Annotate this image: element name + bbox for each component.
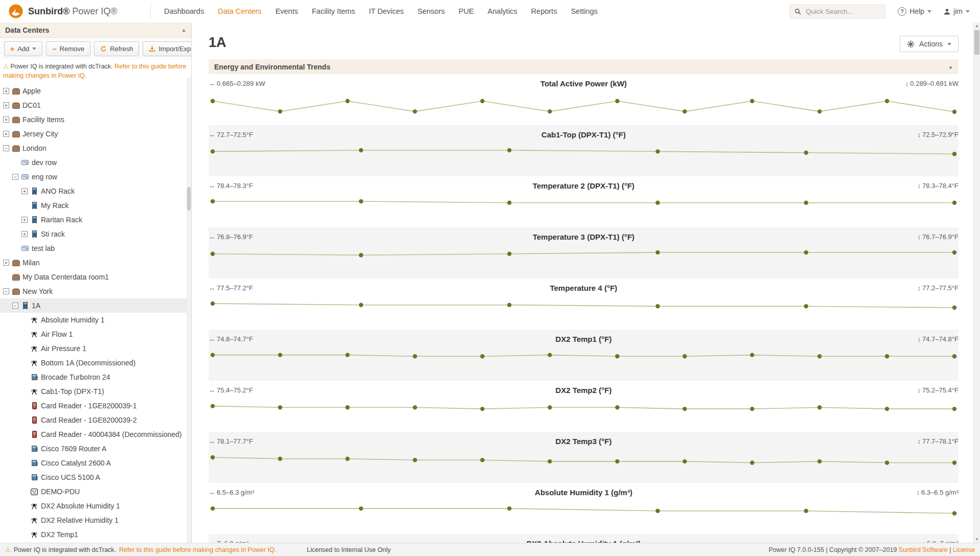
datacenter-icon [12,288,20,295]
scroll-down-icon[interactable]: ▼ [974,537,980,542]
tree-item-brocade-turboiron-24[interactable]: Brocade TurboIron 24 [0,370,191,384]
tree-item-milan[interactable]: +Milan [0,256,191,270]
chart-plot-area [209,294,959,331]
help-icon: ? [898,7,906,16]
chart-title: Temperature 4 (°F) [209,284,959,292]
tree-item-cisco-catalyst-2600-a[interactable]: Cisco Catalyst 2600 A [0,456,191,470]
tree-item-card-reader-1ge8200039-2[interactable]: Card Reader - 1GE8200039-2 [0,413,191,427]
scroll-up-icon[interactable]: ▲ [974,24,980,28]
datacenter-icon [12,145,20,152]
tree-item-card-reader-40004384-decommissioned[interactable]: Card Reader - 40004384 (Decommissioned) [0,427,191,442]
datacenter-icon [12,260,20,266]
tree-item-my-rack[interactable]: My Rack [0,198,191,213]
expand-icon[interactable]: + [3,260,9,266]
tree-item-bottom-1a-decommissioned[interactable]: Bottom 1A (Decommissioned) [0,356,191,370]
tree-item-demo-pdu[interactable]: DEMO-PDU [0,484,191,499]
nav-item-dashboards[interactable]: Dashboards [164,7,204,15]
tree-item-facility-items[interactable]: +Facility Items [0,112,191,127]
tree-item-london[interactable]: −London [0,141,191,155]
tree-item-dev-row[interactable]: dev row [0,155,191,170]
quick-search[interactable] [789,4,885,19]
cardreader-icon [30,402,38,409]
chart-row-dx2-absolute-humidity-1-g-m: ↔7–6.8 g/m³DX2 Absolute Humidity 1 (g/m³… [209,534,959,543]
collapse-icon[interactable]: − [3,145,9,151]
tree-item-label: Cisco UCS 5100 A [41,473,100,481]
tree-item-1a[interactable]: −1A [0,298,191,313]
tree-item-air-pressure-1[interactable]: Air Pressure 1 [0,341,191,356]
status-bar: ⚠ Power IQ is integrated with dcTrack. R… [0,543,980,556]
tree-item-card-reader-1ge8200039-1[interactable]: Card Reader - 1GE8200039-1 [0,399,191,413]
collapse-icon[interactable]: − [12,303,18,309]
user-menu[interactable]: jim [944,7,970,15]
tree-item-raritan-rack[interactable]: +Raritan Rack [0,213,191,227]
nav-item-pue[interactable]: PUE [459,7,474,15]
collapse-icon[interactable]: − [12,174,18,180]
tree-item-cisco-7609-router-a[interactable]: Cisco 7609 Router A [0,442,191,456]
add-button[interactable]: + Add [4,41,42,56]
sensor-icon [30,517,38,524]
tree-item-sti-rack[interactable]: +Sti rack [0,227,191,241]
refresh-button[interactable]: Refresh [94,41,140,56]
tree-item-dx2-absolute-humidity-1[interactable]: DX2 Absolute Humidity 1 [0,499,191,513]
sensor-icon [30,331,38,338]
tree-item-jersey-city[interactable]: +Jersey City [0,127,191,141]
tree-item-label: New York [22,287,53,295]
expand-icon[interactable]: + [21,188,28,194]
nav-item-facility-items[interactable]: Facility Items [312,7,355,15]
search-input[interactable] [805,7,868,16]
footer-warning: ⚠ Power IQ is integrated with dcTrack. R… [5,546,276,553]
import-export-button[interactable]: Import/Export [143,41,192,56]
gear-icon [907,40,915,48]
sidebar-scrollbar[interactable] [187,78,191,543]
chart-row-total-active-power-kw: ↔0.665–0.289 kWTotal Active Power (kW)↕0… [209,74,959,125]
tree-item-ano-rack[interactable]: +ANO Rack [0,184,191,198]
tree-item-air-flow-1[interactable]: Air Flow 1 [0,327,191,341]
tree-item-cab1-top-dpx-t1[interactable]: Cab1-Top (DPX-T1) [0,384,191,399]
tree-item-absolute-humidity-1[interactable]: Absolute Humidity 1 [0,313,191,327]
tree-item-dx2-relative-humidity-1[interactable]: DX2 Relative Humidity 1 [0,513,191,527]
page-scrollbar[interactable]: ▲ ▼ [973,22,980,543]
trends-panel-header: Energy and Environmental Trends ▲ [209,59,959,74]
tree-item-label: Apple [22,87,41,95]
expand-icon[interactable]: + [3,88,9,94]
cardreader-icon [30,431,38,438]
tree-item-eng-row[interactable]: −eng row [0,170,191,184]
sidebar-scrollbar-thumb[interactable] [187,187,191,211]
nav-item-settings[interactable]: Settings [571,7,598,15]
chart-row-cab1-top-dpx-t1-f: ↔72.7–72.5°FCab1-Top (DPX-T1) (°F)↕72.5–… [209,125,959,176]
license-link[interactable]: License [953,546,975,553]
actions-button[interactable]: Actions [900,36,959,52]
nav-item-events[interactable]: Events [276,7,298,15]
expand-icon[interactable]: + [3,117,9,123]
expand-icon[interactable]: + [3,131,9,137]
help-menu[interactable]: ? Help [898,7,931,16]
nav-item-reports[interactable]: Reports [531,7,557,15]
tree-item-label: Bottom 1A (Decommissioned) [41,359,135,367]
tree-item-cisco-ucs-5100-a[interactable]: Cisco UCS 5100 A [0,470,191,484]
sidebar-collapse-icon[interactable]: ▲ [181,28,186,33]
collapse-icon[interactable]: − [3,288,9,294]
chart-title: Temperature 3 (DPX-T1) (°F) [209,233,959,241]
vendor-link[interactable]: Sunbird Software [899,546,948,553]
expand-icon[interactable]: + [21,231,28,237]
page-scrollbar-thumb[interactable] [974,30,979,55]
nav-item-sensors[interactable]: Sensors [418,7,445,15]
rack-icon [30,202,38,209]
chart-header: ↔75.4–75.2°FDX2 Temp2 (°F)↕75.2–75.4°F [209,381,959,397]
nav-item-analytics[interactable]: Analytics [488,7,517,15]
expand-icon[interactable]: + [21,217,28,223]
tree-item-label: Air Pressure 1 [41,344,86,353]
tree-item-my-data-centerdata-room1[interactable]: My Data Centerdata room1 [0,270,191,284]
tree-item-new-york[interactable]: −New York [0,284,191,298]
tree-item-dx2-temp1[interactable]: DX2 Temp1 [0,527,191,542]
nav-item-it-devices[interactable]: IT Devices [369,7,404,15]
tree-item-test-lab[interactable]: test lab [0,241,191,256]
tree-item-dc01[interactable]: +DC01 [0,98,191,112]
device-icon [30,474,38,481]
expand-icon[interactable]: + [3,102,9,108]
dctrack-guide-link[interactable]: Refer to this guide before making change… [119,546,276,553]
nav-item-data-centers[interactable]: Data Centers [218,7,261,15]
remove-button[interactable]: − Remove [46,41,90,56]
panel-collapse-icon[interactable]: ▲ [948,64,953,70]
tree-item-apple[interactable]: +Apple [0,84,191,98]
